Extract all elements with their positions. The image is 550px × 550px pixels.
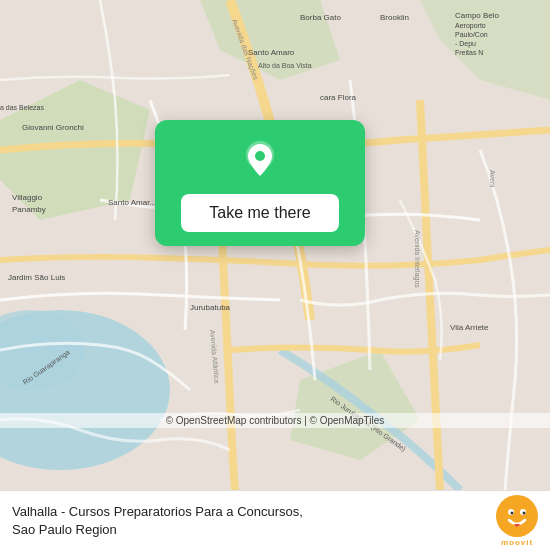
- svg-text:Jurubatuba: Jurubatuba: [190, 303, 231, 312]
- take-me-there-button[interactable]: Take me there: [181, 194, 338, 232]
- svg-point-36: [511, 511, 514, 514]
- svg-text:Avenida Interlagos: Avenida Interlagos: [413, 230, 421, 288]
- svg-text:Aeroporto: Aeroporto: [455, 22, 486, 30]
- moovit-face-icon: [496, 495, 538, 537]
- svg-text:Paulo/Con: Paulo/Con: [455, 31, 488, 38]
- footer: Valhalla - Cursos Preparatorios Para a C…: [0, 490, 550, 550]
- svg-point-33: [255, 151, 265, 161]
- svg-text:Villaggio: Villaggio: [12, 193, 43, 202]
- pin-icon: [238, 138, 282, 182]
- svg-text:cara Flora: cara Flora: [320, 93, 357, 102]
- svg-text:Panamby: Panamby: [12, 205, 46, 214]
- moovit-logo: moovit: [496, 495, 538, 547]
- footer-subtitle: Sao Paulo Region: [12, 522, 117, 537]
- svg-text:Santo Amaro: Santo Amaro: [248, 48, 295, 57]
- svg-text:Campo Belo: Campo Belo: [455, 11, 500, 20]
- svg-text:Aveni: Aveni: [489, 170, 496, 188]
- svg-point-37: [523, 511, 526, 514]
- svg-text:Giovanni Gronchi: Giovanni Gronchi: [22, 123, 84, 132]
- svg-text:Jardim São Luis: Jardim São Luis: [8, 273, 65, 282]
- svg-text:- Depu: - Depu: [455, 40, 476, 48]
- footer-text: Valhalla - Cursos Preparatorios Para a C…: [12, 503, 486, 538]
- svg-text:Vila Arriete: Vila Arriete: [450, 323, 489, 332]
- svg-text:a das Belezas: a das Belezas: [0, 104, 44, 111]
- map-attribution: © OpenStreetMap contributors | © OpenMap…: [0, 413, 550, 428]
- map-container: Campo Belo Aeroporto Paulo/Con - Depu Fr…: [0, 0, 550, 490]
- svg-text:Alto da Boa Vista: Alto da Boa Vista: [258, 62, 312, 69]
- location-card: Take me there: [155, 120, 365, 246]
- svg-text:Borba Gato: Borba Gato: [300, 13, 341, 22]
- svg-text:Brooklin: Brooklin: [380, 13, 409, 22]
- footer-title: Valhalla - Cursos Preparatorios Para a C…: [12, 504, 303, 519]
- moovit-text: moovit: [501, 538, 533, 547]
- svg-text:Santo Amar...: Santo Amar...: [108, 198, 156, 207]
- svg-text:Freitas N: Freitas N: [455, 49, 483, 56]
